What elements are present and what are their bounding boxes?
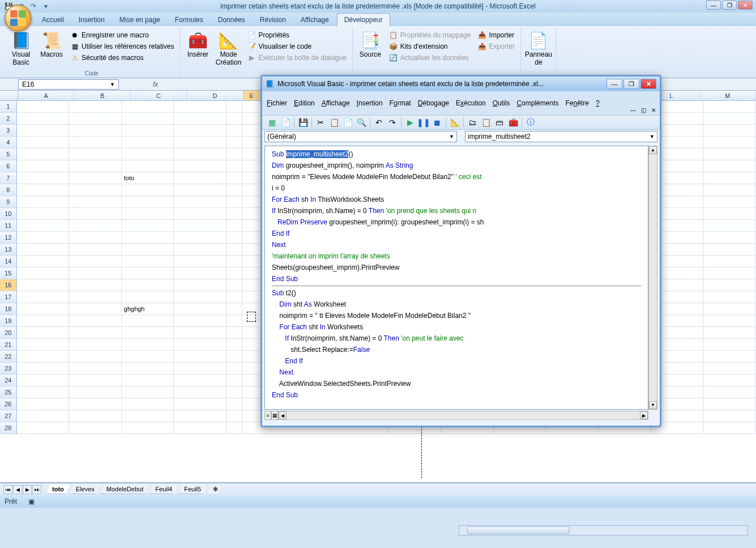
cell[interactable] xyxy=(703,184,756,196)
cell[interactable] xyxy=(69,184,122,196)
cell[interactable] xyxy=(174,137,227,148)
cell[interactable] xyxy=(17,101,70,113)
cell[interactable] xyxy=(69,279,122,291)
row-header[interactable]: 18 xyxy=(0,303,17,315)
cell[interactable] xyxy=(703,422,756,434)
cell[interactable] xyxy=(69,375,122,386)
cell[interactable] xyxy=(227,267,242,279)
cell[interactable] xyxy=(122,422,174,434)
macro-security-button[interactable]: ⚠Sécurité des macros xyxy=(68,53,176,63)
cell[interactable] xyxy=(122,386,174,398)
cell[interactable] xyxy=(122,101,174,113)
qat-customize-icon[interactable]: ▾ xyxy=(41,1,51,11)
cell[interactable] xyxy=(227,339,242,351)
row-header[interactable]: 22 xyxy=(0,351,17,363)
cell[interactable] xyxy=(227,196,242,208)
relative-refs-button[interactable]: ▦Utiliser les références relatives xyxy=(68,41,176,52)
cell[interactable] xyxy=(174,160,227,172)
properties-button[interactable]: 📄Propriétés xyxy=(245,30,348,40)
scroll-up-icon[interactable]: ▲ xyxy=(649,146,657,154)
vbe-vertical-scrollbar[interactable]: ▲ ▼ xyxy=(648,146,657,410)
menu-insertion[interactable]: Insertion xyxy=(357,99,383,107)
col-header[interactable]: C xyxy=(131,91,187,100)
cell[interactable] xyxy=(122,125,174,137)
cell[interactable] xyxy=(227,315,242,327)
cell[interactable] xyxy=(703,279,756,291)
cell[interactable] xyxy=(122,196,174,208)
row-header[interactable]: 13 xyxy=(0,244,17,256)
cell[interactable] xyxy=(174,125,227,137)
cell[interactable] xyxy=(227,303,242,315)
cell[interactable] xyxy=(227,327,242,339)
menu-complements[interactable]: Compléments xyxy=(516,99,558,107)
cell[interactable] xyxy=(703,398,756,410)
tab-insertion[interactable]: Insertion xyxy=(72,14,112,26)
cell[interactable] xyxy=(122,315,174,327)
menu-execution[interactable]: Exécution xyxy=(456,99,486,107)
cell[interactable] xyxy=(703,256,756,267)
row-header[interactable]: 16 xyxy=(0,279,17,291)
scroll-right-icon[interactable]: ▶ xyxy=(640,411,648,419)
cell[interactable] xyxy=(17,208,70,220)
tb-insert-icon[interactable]: 📄 xyxy=(280,117,291,128)
cell[interactable] xyxy=(174,386,227,398)
cell[interactable] xyxy=(227,137,242,148)
cell[interactable] xyxy=(17,160,70,172)
tb-explorer-icon[interactable]: 🗂 xyxy=(467,117,477,128)
cell[interactable] xyxy=(122,267,174,279)
import-button[interactable]: 📥Importer xyxy=(476,30,517,40)
object-dropdown[interactable]: (Général)▼ xyxy=(264,131,457,142)
tb-cut-icon[interactable]: ✂ xyxy=(315,117,326,128)
cell[interactable] xyxy=(17,184,70,196)
maximize-button[interactable]: ❐ xyxy=(722,1,737,10)
minimize-button[interactable]: — xyxy=(706,1,721,10)
cell[interactable] xyxy=(17,339,70,351)
cell[interactable] xyxy=(174,410,227,422)
panel-button[interactable]: 📄 Panneau de xyxy=(524,30,553,67)
cell[interactable] xyxy=(122,327,174,339)
col-header[interactable]: M xyxy=(700,91,756,100)
cell[interactable] xyxy=(227,244,242,256)
code-pane[interactable]: Sub imprime_multisheet2() Dim groupeshee… xyxy=(264,146,648,410)
scroll-left-icon[interactable]: ◀ xyxy=(279,411,287,419)
tab-affichage[interactable]: Affichage xyxy=(294,14,336,26)
cell[interactable] xyxy=(122,279,174,291)
cell[interactable] xyxy=(703,315,756,327)
vbe-maximize-button[interactable]: ❐ xyxy=(623,79,639,89)
cell[interactable] xyxy=(227,160,242,172)
cell[interactable] xyxy=(174,172,227,184)
row-header[interactable]: 20 xyxy=(0,327,17,339)
name-box[interactable]: E16 ▼ xyxy=(18,79,119,90)
cell[interactable] xyxy=(174,363,227,375)
cell[interactable] xyxy=(69,196,122,208)
cell[interactable] xyxy=(122,232,174,244)
row-header[interactable]: 11 xyxy=(0,220,17,232)
cell[interactable]: toto xyxy=(122,172,174,184)
menu-fenetre[interactable]: Fenêtre xyxy=(565,99,588,107)
tb-design-icon[interactable]: 📐 xyxy=(450,117,460,128)
cell[interactable] xyxy=(17,113,70,125)
sheet-tab[interactable]: Eleves xyxy=(70,485,101,494)
tb-redo-icon[interactable]: ↷ xyxy=(387,117,398,128)
tab-accueil[interactable]: Accueil xyxy=(35,14,71,26)
cell[interactable] xyxy=(703,386,756,398)
cell[interactable] xyxy=(703,101,756,113)
cell[interactable] xyxy=(703,303,756,315)
cell[interactable] xyxy=(703,363,756,375)
cell[interactable] xyxy=(703,220,756,232)
tb-save-icon[interactable]: 💾 xyxy=(298,117,308,128)
cell[interactable] xyxy=(69,303,122,315)
cell[interactable] xyxy=(69,351,122,363)
close-button[interactable]: ✕ xyxy=(738,1,753,10)
cell[interactable] xyxy=(174,375,227,386)
cell[interactable] xyxy=(227,422,242,434)
cell[interactable] xyxy=(122,208,174,220)
row-header[interactable]: 24 xyxy=(0,375,17,386)
cell[interactable] xyxy=(703,137,756,148)
sheet-tab[interactable]: Feuil4 xyxy=(149,485,178,494)
row-header[interactable]: 26 xyxy=(0,398,17,410)
row-header[interactable]: 4 xyxy=(0,137,17,148)
row-header[interactable]: 2 xyxy=(0,113,17,125)
new-sheet-tab[interactable]: ✻ xyxy=(207,485,223,495)
menu-edition[interactable]: Edition xyxy=(294,99,315,107)
